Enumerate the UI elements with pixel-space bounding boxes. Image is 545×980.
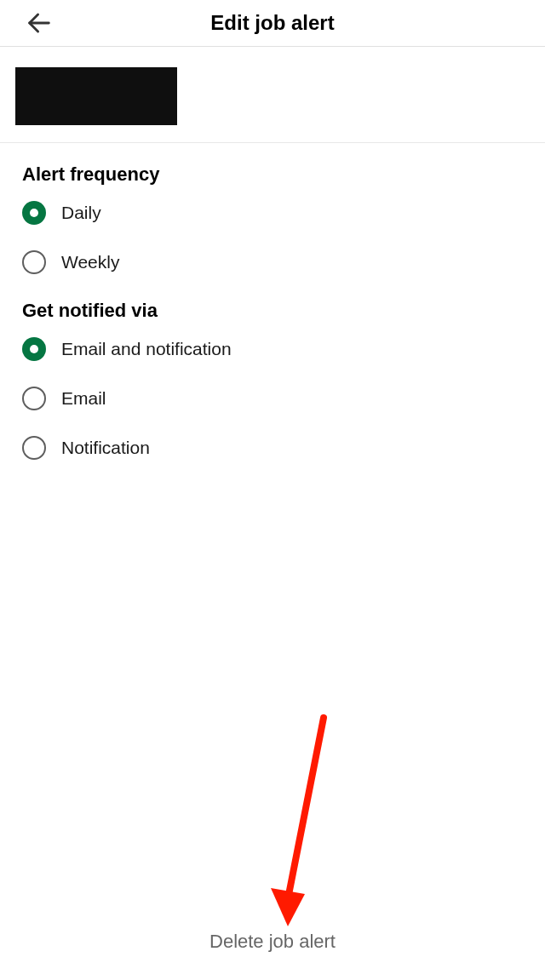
radio-selected-icon [22,337,46,361]
delete-job-alert-button[interactable]: Delete job alert [209,931,336,953]
back-button[interactable] [24,8,54,38]
header: Edit job alert [0,0,545,47]
content: Alert frequency Daily Weekly Get notifie… [0,143,545,506]
frequency-heading: Alert frequency [22,163,523,186]
radio-unselected-icon [22,436,46,460]
notification-option-email[interactable]: Email [22,387,523,410]
radio-unselected-icon [22,387,46,410]
radio-selected-icon [22,201,46,225]
redacted-content [15,67,177,125]
notification-option-notification[interactable]: Notification [22,436,523,460]
preview-section [0,47,545,143]
radio-label: Notification [61,438,150,458]
svg-line-1 [288,718,324,899]
arrow-left-icon [25,9,54,37]
frequency-option-weekly[interactable]: Weekly [22,250,523,274]
annotation-arrow-icon [264,714,341,935]
notification-heading: Get notified via [22,300,523,322]
radio-unselected-icon [22,250,46,274]
radio-label: Weekly [61,252,119,272]
radio-label: Email [61,388,106,409]
radio-label: Daily [61,203,101,223]
svg-marker-2 [271,888,305,926]
notification-option-email-and-notification[interactable]: Email and notification [22,337,523,361]
frequency-option-daily[interactable]: Daily [22,201,523,225]
page-title: Edit job alert [210,11,334,35]
radio-label: Email and notification [61,339,232,359]
